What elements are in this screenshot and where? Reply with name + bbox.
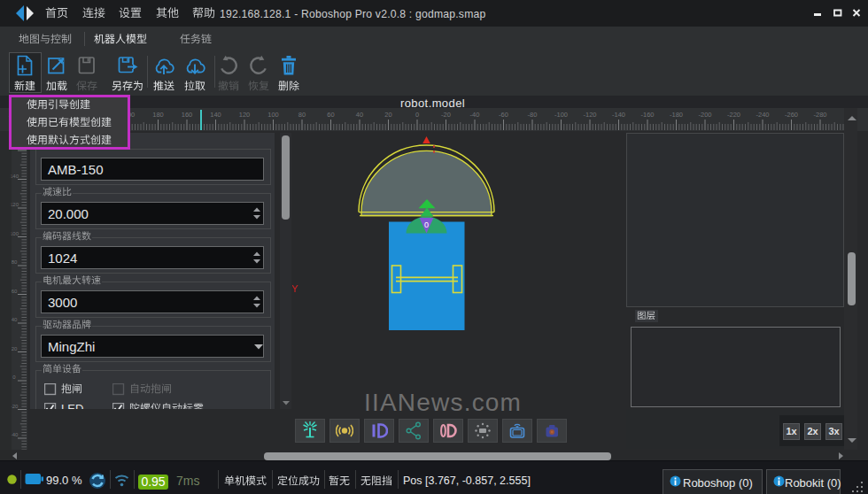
svg-text:-20: -20	[11, 404, 19, 409]
svg-text:-40: -40	[470, 111, 480, 119]
svg-text:-280: -280	[813, 111, 826, 119]
svg-text:-20: -20	[441, 111, 451, 119]
svg-text:120: 120	[239, 111, 251, 119]
svg-text:80: 80	[298, 111, 306, 119]
svg-text:20: 20	[384, 111, 391, 119]
svg-text:-180: -180	[670, 111, 683, 119]
svg-text:-240: -240	[756, 111, 769, 119]
svg-text:40: 40	[12, 317, 18, 322]
svg-text:-220: -220	[727, 111, 740, 119]
svg-text:-260: -260	[785, 111, 798, 119]
svg-text:IIANews.com: IIANews.com	[364, 389, 522, 416]
svg-text:-200: -200	[698, 111, 711, 119]
svg-text:140: 140	[210, 111, 221, 119]
svg-text:-60: -60	[499, 111, 508, 119]
svg-text:-140: -140	[612, 111, 625, 119]
svg-text:-80: -80	[528, 111, 538, 119]
svg-text:160: 160	[182, 111, 193, 119]
svg-text:80: 80	[12, 259, 18, 265]
svg-text:-120: -120	[583, 111, 596, 119]
svg-text:0: 0	[424, 220, 429, 229]
svg-text:60: 60	[12, 289, 18, 294]
svg-text:40: 40	[356, 111, 363, 119]
svg-text:Y: Y	[292, 283, 298, 294]
svg-text:0: 0	[415, 111, 419, 119]
svg-text:20: 20	[12, 346, 18, 351]
svg-text:-40: -40	[11, 432, 19, 437]
svg-text:-160: -160	[640, 111, 654, 119]
svg-text:180: 180	[152, 111, 164, 119]
svg-text:60: 60	[327, 111, 334, 119]
svg-text:-100: -100	[554, 111, 568, 119]
svg-text:100: 100	[267, 111, 279, 119]
